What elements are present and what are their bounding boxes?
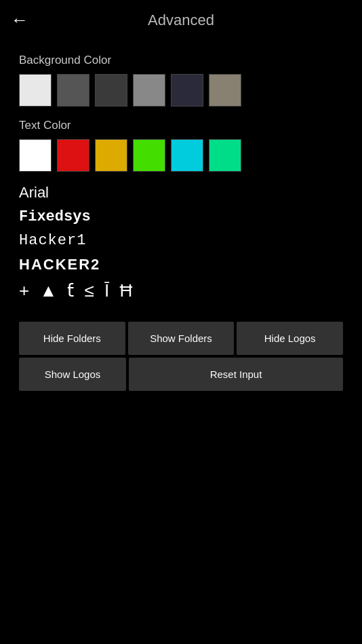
tc-swatch-1[interactable] xyxy=(57,139,89,172)
show-logos-button[interactable]: Show Logos xyxy=(19,358,126,391)
bg-swatch-1[interactable] xyxy=(57,74,89,107)
page-title: Advanced xyxy=(148,12,214,29)
tc-swatch-5[interactable] xyxy=(209,139,241,172)
buttons-row2: Show Logos Reset Input xyxy=(19,358,343,391)
background-color-section: Background Color xyxy=(19,54,343,107)
bg-swatch-2[interactable] xyxy=(95,74,127,107)
font-option-hacker1[interactable]: Hacker1 xyxy=(19,232,343,249)
font-option-fixedsys[interactable]: Fixedsys xyxy=(19,208,343,225)
buttons-row1: Hide Folders Show Folders Hide Logos xyxy=(19,322,343,355)
bg-swatch-0[interactable] xyxy=(19,74,52,107)
show-folders-button[interactable]: Show Folders xyxy=(128,322,235,355)
background-color-label: Background Color xyxy=(19,54,343,67)
text-color-label: Text Color xyxy=(19,119,343,132)
font-options-section: Arial Fixedsys Hacker1 HACKER2 + ▲ ƭ ≤ Ī… xyxy=(19,184,343,301)
back-button[interactable]: ← xyxy=(11,10,28,31)
tc-swatch-3[interactable] xyxy=(133,139,165,172)
font-option-hacker2[interactable]: HACKER2 xyxy=(19,256,343,273)
tc-swatch-0[interactable] xyxy=(19,139,52,172)
font-option-symbols[interactable]: + ▲ ƭ ≤ Ī Ħ xyxy=(19,280,343,301)
header: ← Advanced xyxy=(0,0,362,40)
bg-swatch-4[interactable] xyxy=(171,74,203,107)
tc-swatch-4[interactable] xyxy=(171,139,203,172)
bg-swatch-3[interactable] xyxy=(133,74,165,107)
font-option-arial[interactable]: Arial xyxy=(19,184,343,202)
bg-swatch-5[interactable] xyxy=(209,74,241,107)
text-color-section: Text Color xyxy=(19,119,343,172)
background-color-swatches xyxy=(19,74,343,107)
content-area: Background Color Text Color Arial Fixeds… xyxy=(0,40,362,398)
text-color-swatches xyxy=(19,139,343,172)
hide-logos-button[interactable]: Hide Logos xyxy=(237,322,343,355)
hide-folders-button[interactable]: Hide Folders xyxy=(19,322,125,355)
tc-swatch-2[interactable] xyxy=(95,139,127,172)
reset-input-button[interactable]: Reset Input xyxy=(129,358,343,391)
